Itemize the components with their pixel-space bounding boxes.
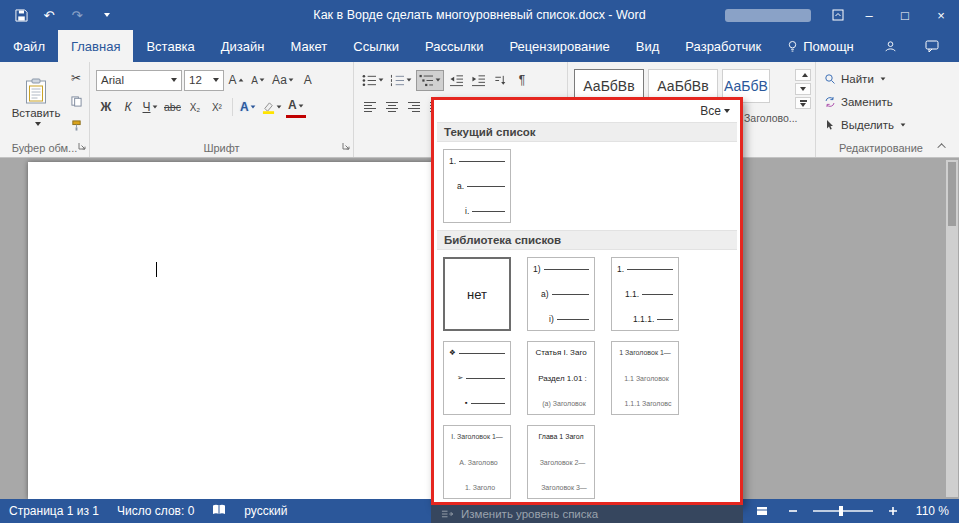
list-style-bullets[interactable]: ❖ ➢ ▪ — [443, 341, 511, 415]
minus-icon — [788, 506, 798, 516]
list-style-article-section[interactable]: Статья I. Заго Раздел 1.01 : (а) Заголов… — [527, 341, 595, 415]
tab-design[interactable]: Дизайн — [208, 30, 278, 62]
tab-tell-me[interactable]: Помощн — [774, 30, 867, 62]
collapse-ribbon-button[interactable] — [935, 139, 951, 153]
superscript-button[interactable]: Х² — [207, 97, 227, 118]
find-button[interactable]: Найти — [824, 70, 886, 88]
arrow-down-icon — [259, 78, 264, 81]
qat-customize-button[interactable] — [92, 2, 118, 28]
highlight-button[interactable] — [260, 97, 284, 118]
cut-button[interactable]: ✂ — [66, 68, 86, 87]
select-label: Выделить — [841, 119, 894, 131]
list-style-chapter-headings[interactable]: Глава 1 Загол Заголовок 2— Заголовок 3— — [527, 425, 595, 499]
share-button[interactable] — [877, 33, 903, 59]
comments-button[interactable] — [919, 33, 945, 59]
bold-button[interactable]: Ж — [96, 97, 116, 118]
tab-mailings[interactable]: Рассылки — [412, 30, 496, 62]
current-list-item[interactable]: 1. a. i. — [443, 149, 511, 223]
decrease-indent-button[interactable] — [446, 70, 466, 91]
copy-button[interactable] — [66, 92, 86, 111]
redo-button[interactable]: ↷ — [64, 2, 90, 28]
comment-icon — [925, 40, 939, 53]
maximize-button[interactable]: □ — [887, 0, 923, 30]
text-effects-button[interactable]: А — [238, 97, 258, 118]
font-color-button[interactable]: А — [286, 97, 306, 118]
clear-formatting-button[interactable]: А — [298, 70, 318, 91]
bullets-button[interactable] — [360, 70, 386, 91]
show-formatting-button[interactable]: ¶ — [512, 70, 532, 91]
increase-indent-button[interactable] — [468, 70, 488, 91]
ribbon-display-options-button[interactable] — [825, 2, 851, 28]
account-name-blurred[interactable] — [725, 9, 811, 22]
vertical-scrollbar[interactable] — [946, 160, 958, 497]
list-style-decimal-nested[interactable]: 1. 1.1. 1.1.1. — [611, 257, 679, 331]
align-right-button[interactable] — [404, 97, 424, 118]
list-line: 1. Заголо — [455, 483, 505, 492]
format-painter-button[interactable] — [66, 116, 86, 135]
change-case-button[interactable]: Аа — [270, 70, 296, 91]
select-button[interactable]: Выделить — [824, 116, 906, 134]
grow-font-button[interactable]: А — [226, 70, 246, 91]
scrollbar-thumb[interactable] — [948, 162, 956, 226]
strikethrough-button[interactable]: abc — [162, 97, 183, 118]
gallery-filter-all[interactable]: Все — [434, 100, 740, 120]
cursor-select-icon — [824, 119, 836, 131]
styles-scroll-up-button[interactable] — [795, 69, 811, 81]
sort-button[interactable] — [490, 70, 510, 91]
zoom-slider-thumb[interactable] — [839, 506, 843, 516]
current-list-section-header: Текущий список — [437, 122, 737, 142]
replace-button[interactable]: Заменить — [824, 93, 893, 111]
shrink-font-button[interactable]: А — [248, 70, 268, 91]
font-dialog-launcher[interactable] — [342, 139, 350, 153]
underline-button[interactable]: Ч — [140, 97, 160, 118]
subscript-button[interactable]: Х₂ — [185, 97, 205, 118]
tab-insert[interactable]: Вставка — [133, 30, 207, 62]
language-indicator[interactable]: русский — [244, 504, 287, 518]
proofing-status[interactable] — [212, 504, 226, 518]
tab-view[interactable]: Вид — [623, 30, 673, 62]
tab-references[interactable]: Ссылки — [340, 30, 412, 62]
paste-clipboard-icon — [25, 78, 47, 104]
tab-review[interactable]: Рецензирование — [496, 30, 622, 62]
tab-developer[interactable]: Разработчик — [672, 30, 774, 62]
change-list-level-icon — [441, 509, 454, 519]
font-name-select[interactable]: Arial — [96, 70, 182, 91]
tab-layout[interactable]: Макет — [277, 30, 340, 62]
list-style-none[interactable]: нет — [443, 257, 511, 331]
font-size-select[interactable]: 12 — [184, 70, 224, 91]
zoom-in-button[interactable] — [882, 501, 904, 521]
styles-scroll-down-button[interactable] — [795, 83, 811, 95]
zoom-out-button[interactable] — [782, 501, 804, 521]
list-style-paren-numbers[interactable]: 1) a) i) — [527, 257, 595, 331]
chevron-down-icon — [104, 13, 110, 17]
paste-button[interactable]: Вставить — [9, 67, 63, 137]
numbered-list-icon — [390, 74, 405, 87]
web-layout-button[interactable] — [751, 501, 773, 521]
align-center-button[interactable] — [382, 97, 402, 118]
list-style-roman-headings[interactable]: I. Заголовок 1— A. Заголово 1. Заголо — [443, 425, 511, 499]
none-label: нет — [467, 287, 487, 302]
tab-file[interactable]: Файл — [0, 30, 58, 62]
page-indicator[interactable]: Страница 1 из 1 — [9, 504, 99, 518]
find-label: Найти — [841, 73, 874, 85]
tab-home[interactable]: Главная — [58, 30, 133, 62]
chevron-down-icon — [407, 78, 412, 81]
shrink-font-icon: А — [251, 75, 258, 86]
word-count[interactable]: Число слов: 0 — [117, 504, 194, 518]
align-left-button[interactable] — [360, 97, 380, 118]
zoom-slider[interactable] — [813, 510, 873, 512]
list-line: Раздел 1.01 : — [536, 374, 589, 383]
list-style-numbered-headings[interactable]: 1 Заголовок 1— 1.1 Заголовок 1.1.1 Загол… — [611, 341, 679, 415]
minimize-button[interactable]: – — [851, 0, 887, 30]
text-cursor — [156, 262, 157, 277]
styles-more-button[interactable] — [795, 97, 811, 109]
change-list-level-menu-item[interactable]: Изменить уровень списка — [431, 505, 743, 523]
undo-button[interactable]: ↶ — [36, 2, 62, 28]
clipboard-dialog-launcher[interactable] — [78, 139, 86, 153]
zoom-level[interactable]: 110 % — [913, 504, 949, 518]
italic-button[interactable]: К — [118, 97, 138, 118]
save-button[interactable] — [8, 2, 34, 28]
numbering-button[interactable] — [388, 70, 414, 91]
close-button[interactable]: × — [923, 0, 959, 30]
multilevel-list-button[interactable] — [416, 70, 444, 91]
